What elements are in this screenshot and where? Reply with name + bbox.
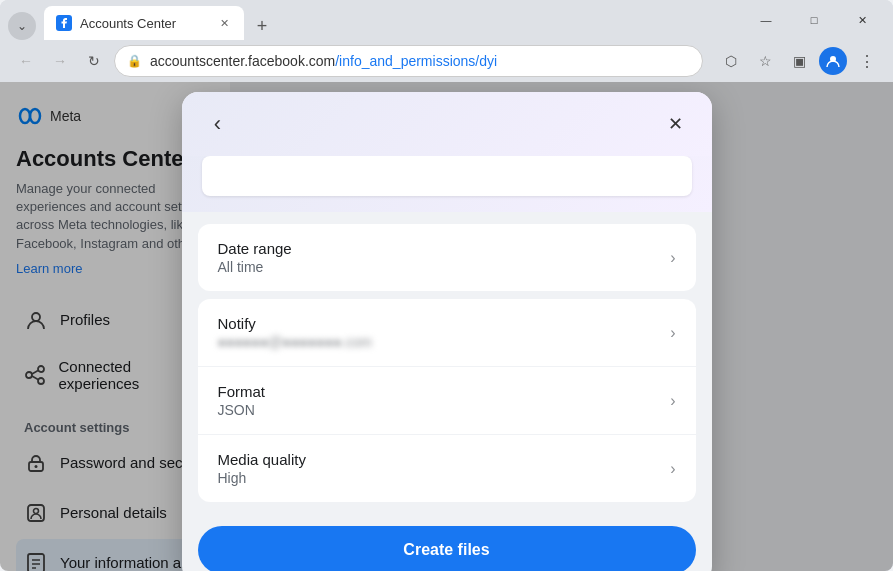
close-button[interactable]: ✕ [839,5,885,35]
format-value: JSON [218,402,266,418]
format-content: Format JSON [218,383,266,418]
tab-back-button[interactable]: ⌄ [8,12,36,40]
modal-dialog: ‹ ✕ Date r [182,92,712,571]
date-range-title: Date range [218,240,292,257]
create-files-button[interactable]: Create files [198,526,696,571]
modal-footer: Create files [182,514,712,571]
url-actions: ⬡ ☆ ▣ ⋮ [717,47,881,75]
profile-icon [825,53,841,69]
close-x-icon: ✕ [668,113,683,135]
cast-button[interactable]: ⬡ [717,47,745,75]
back-chevron-icon: ‹ [214,111,221,137]
url-bar[interactable]: 🔒 accountscenter.facebook.com/info_and_p… [114,45,703,77]
notify-row[interactable]: Notify ●●●●●●@●●●●●●●.com › [198,299,696,367]
media-quality-content: Media quality High [218,451,306,486]
browser-window: ⌄ Accounts Center ✕ + — □ ✕ ← → ↻ 🔒 [0,0,893,571]
media-quality-value: High [218,470,306,486]
modal-back-button[interactable]: ‹ [202,108,234,140]
forward-nav-button[interactable]: → [46,47,74,75]
new-tab-button[interactable]: + [248,12,276,40]
url-text: accountscenter.facebook.com/info_and_per… [150,53,497,69]
refresh-nav-button[interactable]: ↻ [80,47,108,75]
modal-body: Date range All time › Notify ●●●●●●@●●●●… [182,212,712,514]
minimize-button[interactable]: — [743,5,789,35]
tab-left-controls: ⌄ [8,12,36,40]
format-row[interactable]: Format JSON › [198,367,696,435]
notify-chevron-icon: › [670,324,675,342]
page-content: Meta Accounts Center Manage your connect… [0,82,893,571]
media-quality-row[interactable]: Media quality High › [198,435,696,502]
format-title: Format [218,383,266,400]
notify-title: Notify [218,315,372,332]
url-path: /info_and_permissions/dyi [335,53,497,69]
url-prefix: accountscenter.facebook.com [150,53,335,69]
tab-favicon [56,15,72,31]
tab-close-button[interactable]: ✕ [216,15,232,31]
modal-backdrop: ‹ ✕ Date r [0,82,893,571]
date-range-chevron-icon: › [670,249,675,267]
back-nav-button[interactable]: ← [12,47,40,75]
bookmark-button[interactable]: ☆ [751,47,779,75]
media-quality-title: Media quality [218,451,306,468]
date-range-row[interactable]: Date range All time › [198,224,696,291]
title-bar: ⌄ Accounts Center ✕ + — □ ✕ [0,0,893,40]
modal-close-button[interactable]: ✕ [660,108,692,140]
address-bar: ← → ↻ 🔒 accountscenter.facebook.com/info… [0,40,893,82]
profile-button[interactable] [819,47,847,75]
settings-card: Notify ●●●●●●@●●●●●●●.com › Format JSON … [198,299,696,502]
modal-search-bar[interactable] [202,156,692,196]
format-chevron-icon: › [670,392,675,410]
lock-icon: 🔒 [127,54,142,68]
browser-tab[interactable]: Accounts Center ✕ [44,6,244,40]
modal-search-area [182,156,712,212]
maximize-button[interactable]: □ [791,5,837,35]
date-range-value: All time [218,259,292,275]
window-controls: — □ ✕ [743,5,885,35]
tab-bar: ⌄ Accounts Center ✕ + [8,0,731,40]
date-range-card: Date range All time › [198,224,696,291]
modal-header: ‹ ✕ [182,92,712,156]
notify-content: Notify ●●●●●●@●●●●●●●.com [218,315,372,350]
notify-email: ●●●●●●@●●●●●●●.com [218,334,372,350]
tab-title: Accounts Center [80,16,208,31]
sidebar-button[interactable]: ▣ [785,47,813,75]
date-range-content: Date range All time [218,240,292,275]
browser-menu-button[interactable]: ⋮ [853,47,881,75]
media-quality-chevron-icon: › [670,460,675,478]
